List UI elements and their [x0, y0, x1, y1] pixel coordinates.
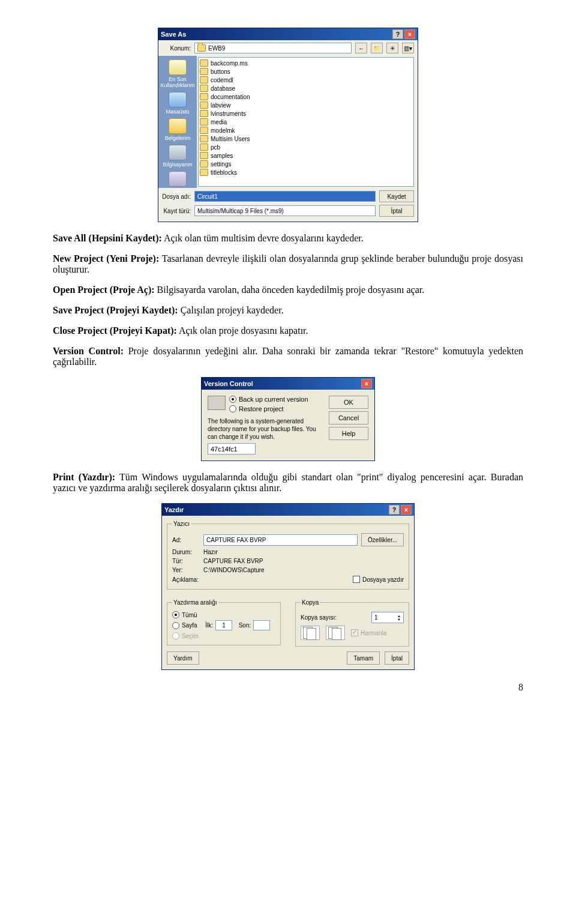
radio-backup[interactable]: Back up current version [229, 396, 323, 403]
folder-icon [208, 396, 226, 410]
printer-group: Yazıcı Ad: CAPTURE FAX BVRP Özellikler..… [167, 521, 409, 590]
para-closeproject: Close Project (Projeyi Kapat): Açık olan… [53, 325, 523, 336]
filetype-label: Kayıt türü: [162, 208, 191, 214]
list-item[interactable]: lvinstruments [200, 109, 412, 118]
cancel-button[interactable]: İptal [379, 205, 414, 217]
copies-spinner[interactable]: 1 ▲▼ [371, 612, 404, 623]
list-item[interactable]: codemdl [200, 76, 412, 84]
para-newproject: New Project (Yeni Proje): Tasarlanan dev… [53, 253, 523, 275]
viewmode-icon[interactable]: ▥▾ [402, 43, 414, 53]
close-icon[interactable]: × [404, 29, 415, 39]
type-value: CAPTURE FAX BVRP [203, 558, 263, 564]
list-item[interactable]: titleblocks [200, 168, 412, 177]
list-item[interactable]: Multisim Users [200, 134, 412, 143]
close-icon[interactable]: × [361, 379, 372, 388]
para-print: Print (Yazdır): Tüm Windows uygulamaları… [53, 472, 523, 494]
dialog-title: Save As [161, 31, 391, 38]
list-item[interactable]: media [200, 118, 412, 126]
place-computer[interactable]: Bilgisayarım [160, 143, 195, 169]
file-list[interactable]: backcomp.ms buttons codemdl database doc… [198, 57, 414, 187]
help-icon[interactable]: ? [389, 505, 400, 515]
location-label: Konum: [162, 45, 191, 52]
radio-pages[interactable]: Sayfa İlk: 1 Son: [172, 620, 275, 630]
titlebar[interactable]: Yazdır ? × [162, 504, 414, 516]
titlebar[interactable]: Save As ? × [158, 28, 418, 40]
list-item[interactable]: database [200, 84, 412, 92]
version-control-dialog: Version Control × Back up current versio… [201, 377, 375, 461]
help-icon[interactable]: ? [392, 29, 403, 39]
back-icon[interactable]: ← [355, 43, 367, 53]
place-recent[interactable]: En Son Kullandıklarım [160, 58, 195, 89]
cancel-button[interactable]: İptal [385, 651, 409, 665]
help-button[interactable]: Yardım [167, 651, 199, 665]
folder-icon [197, 44, 206, 52]
dialog-title: Yazdır [164, 506, 388, 513]
newfolder-icon[interactable]: ✳ [386, 43, 398, 53]
radio-all[interactable]: Tümü [172, 611, 275, 618]
save-button[interactable]: Kaydet [379, 190, 414, 202]
copy-group: Kopya Kopya sayısı: 1 ▲▼ ✓ [295, 599, 409, 647]
name-label: Ad: [172, 537, 200, 543]
help-button[interactable]: Help [329, 427, 368, 440]
radio-restore[interactable]: Restore project [229, 405, 323, 412]
from-input[interactable]: 1 [215, 620, 232, 630]
list-item[interactable]: samples [200, 151, 412, 160]
vc-description: The following is a system-generated dire… [208, 417, 323, 441]
list-item[interactable]: backcomp.ms [200, 59, 412, 67]
collate-checkbox[interactable]: ✓ Harmanla [351, 629, 386, 636]
close-icon[interactable]: × [401, 505, 412, 515]
cancel-button[interactable]: Cancel [329, 411, 368, 424]
filename-input[interactable]: Circuit1 [194, 191, 376, 202]
list-item[interactable]: documentation [200, 92, 412, 101]
titlebar[interactable]: Version Control × [202, 378, 374, 390]
vc-dirname-input[interactable]: 47c14fc1 [208, 443, 256, 454]
save-as-dialog: Save As ? × Konum: EWB9 ← 📁 ✳ ▥▾ En Son … [158, 28, 418, 222]
collate-icon [326, 626, 345, 640]
print-dialog: Yazdır ? × Yazıcı Ad: CAPTURE FAX BVRP Ö… [161, 503, 415, 670]
print-to-file-checkbox[interactable]: Dosyaya yazdır [353, 576, 404, 583]
location-value: EWB9 [208, 45, 225, 52]
collate-icon [301, 626, 320, 640]
para-saveproject: Save Project (Projeyi Kaydet): Çalışılan… [53, 305, 523, 316]
list-item[interactable]: settings [200, 160, 412, 168]
filename-label: Dosya adı: [162, 193, 191, 200]
dialog-title: Version Control [204, 380, 360, 387]
to-input[interactable] [253, 620, 270, 630]
status-value: Hazır [203, 549, 218, 555]
page-number: 8 [53, 682, 523, 693]
ok-button[interactable]: Tamam [347, 651, 380, 665]
place-desktop[interactable]: Masaüstü [160, 91, 195, 116]
ok-button[interactable]: OK [329, 396, 368, 409]
list-item[interactable]: pcb [200, 143, 412, 151]
filetype-dropdown[interactable]: Multisim/Multicap 9 Files (*.ms9) [194, 205, 376, 216]
para-openproject: Open Project (Proje Aç): Bilgisayarda va… [53, 285, 523, 295]
location-dropdown[interactable]: EWB9 [194, 43, 352, 53]
up-icon[interactable]: 📁 [371, 43, 383, 53]
list-item[interactable]: buttons [200, 67, 412, 76]
place-docs[interactable]: Belgelerim [160, 117, 195, 142]
where-value: C:\WINDOWS\Capture [203, 567, 265, 573]
radio-selection: Seçim [172, 632, 275, 639]
list-item[interactable]: modelmk [200, 126, 412, 134]
list-item[interactable]: labview [200, 101, 412, 109]
location-bar: Konum: EWB9 ← 📁 ✳ ▥▾ [158, 40, 418, 56]
para-saveall: Save All (Hepsini Kaydet): Açık olan tüm… [53, 233, 523, 244]
printer-dropdown[interactable]: CAPTURE FAX BVRP [203, 534, 358, 546]
para-versioncontrol: Version Control: Proje dosyalarının yede… [53, 346, 523, 367]
properties-button[interactable]: Özellikler... [361, 533, 404, 546]
range-group: Yazdırma aralığı Tümü Sayfa İlk: 1 Son: … [167, 599, 281, 645]
places-bar: En Son Kullandıklarım Masaüstü Belgeleri… [158, 56, 197, 188]
